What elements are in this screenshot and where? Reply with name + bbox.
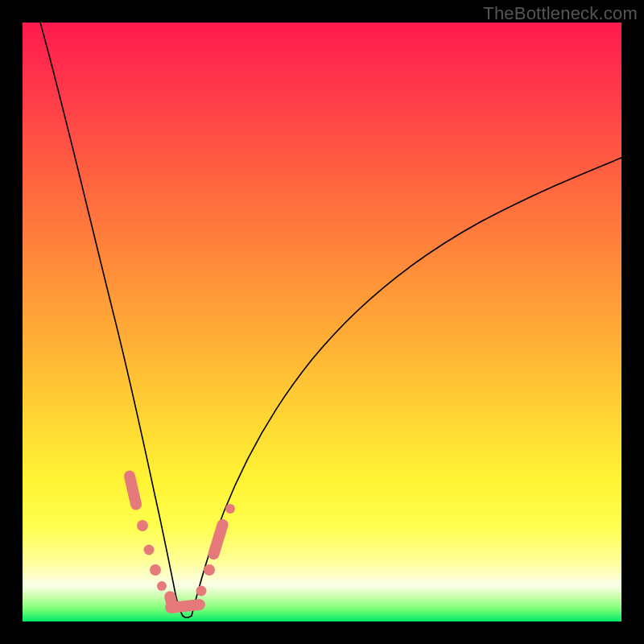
marker-dot (204, 564, 215, 576)
plot-area (23, 23, 621, 621)
chart-svg (23, 23, 621, 621)
marker-pill-left (123, 469, 143, 511)
marker-dot (225, 504, 235, 514)
left-curve (40, 23, 183, 616)
marker-dot (144, 545, 155, 555)
right-curve (192, 158, 621, 616)
valley-curve (183, 616, 192, 617)
marker-pill-right (207, 518, 230, 561)
marker-dot (196, 586, 207, 597)
marker-dot (157, 581, 167, 591)
marker-dot (150, 564, 161, 576)
marker-dot (137, 520, 148, 531)
watermark-text: TheBottleneck.com (483, 3, 638, 24)
